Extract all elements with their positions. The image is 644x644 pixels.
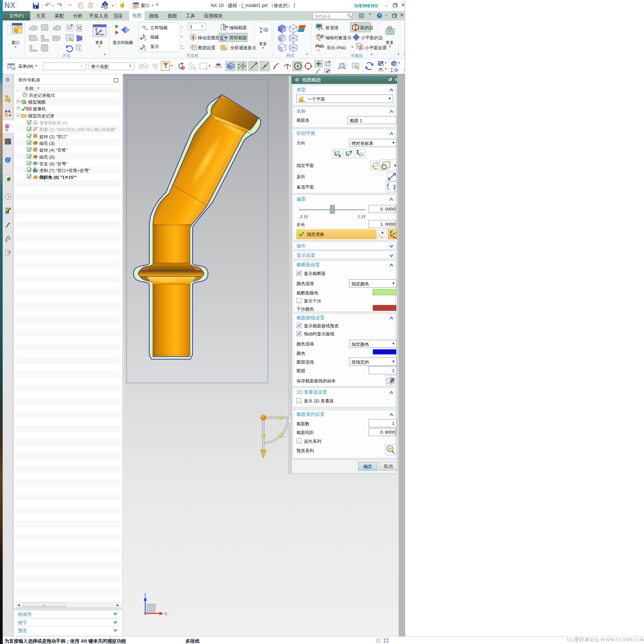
svg-text:Y: Y (350, 150, 353, 154)
svg-text:Z: Z (357, 150, 359, 154)
svg-text:Y: Y (395, 232, 396, 234)
svg-text:X: X (395, 237, 396, 239)
svg-text:3: 3 (387, 182, 389, 185)
svg-text:Z: Z (144, 592, 146, 597)
svg-text:1: 1 (395, 184, 396, 187)
svg-text:X: X (338, 154, 341, 158)
svg-text:Z: Z (391, 230, 393, 232)
svg-text:2: 2 (394, 189, 396, 192)
svg-text:X: X (164, 611, 167, 616)
